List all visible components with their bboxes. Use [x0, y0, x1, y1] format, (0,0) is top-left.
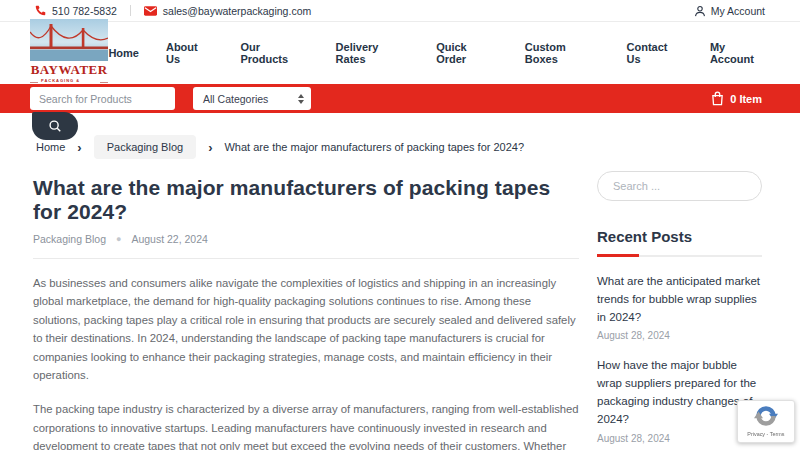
product-search-bar: All Categories 0 Item: [0, 84, 800, 113]
product-search-input[interactable]: [30, 87, 175, 110]
page-title: What are the major manufacturers of pack…: [33, 176, 579, 224]
bullet-separator: ●: [116, 234, 121, 244]
email-address: sales@baywaterpackaging.com: [163, 5, 311, 17]
article-meta: Packaging Blog ● August 22, 2024: [33, 233, 579, 245]
phone-number: 510 782-5832: [52, 5, 117, 17]
logo-wordmark: BAYWATER: [31, 62, 108, 78]
blog-search-input[interactable]: [597, 171, 762, 201]
email-link[interactable]: sales@baywaterpackaging.com: [144, 5, 311, 17]
topbar-account-label: My Account: [711, 5, 765, 17]
recaptcha-badge[interactable]: Privacy - Terms: [737, 400, 795, 443]
nav-my-account[interactable]: My Account: [710, 41, 770, 65]
recaptcha-icon: [754, 404, 778, 428]
select-arrows-icon: [298, 94, 304, 104]
site-header: BAYWATER PACKAGING & SUPPLY Home About U…: [0, 22, 800, 84]
recent-post-item: What are the anticipated market trends f…: [597, 273, 762, 341]
phone-icon: [35, 5, 46, 16]
category-selected-value: All Categories: [203, 93, 268, 105]
breadcrumb-packaging-blog[interactable]: Packaging Blog: [94, 135, 196, 159]
article-paragraph: As businesses and consumers alike naviga…: [33, 274, 579, 384]
site-logo[interactable]: BAYWATER PACKAGING & SUPPLY: [30, 19, 108, 88]
search-submit-button[interactable]: [32, 112, 78, 140]
nav-about-us[interactable]: About Us: [166, 41, 213, 65]
top-bar: 510 782-5832 sales@baywaterpackaging.com…: [0, 0, 800, 22]
chevron-right-icon: ›: [77, 141, 81, 154]
main-layout: What are the major manufacturers of pack…: [0, 159, 800, 450]
nav-quick-order[interactable]: Quick Order: [436, 41, 498, 65]
topbar-divider: [130, 5, 131, 16]
shopping-bag-icon: [711, 91, 724, 106]
nav-delivery-rates[interactable]: Delivery Rates: [336, 41, 410, 65]
search-icon: [48, 119, 62, 133]
recent-post-link[interactable]: What are the anticipated market trends f…: [597, 273, 762, 326]
content-divider: [33, 258, 579, 259]
person-icon: [694, 5, 706, 17]
nav-contact-us[interactable]: Contact Us: [627, 41, 683, 65]
nav-our-products[interactable]: Our Products: [240, 41, 308, 65]
nav-home[interactable]: Home: [108, 47, 139, 59]
cart-button[interactable]: 0 Item: [711, 91, 762, 106]
article: What are the major manufacturers of pack…: [33, 159, 579, 450]
nav-custom-boxes[interactable]: Custom Boxes: [525, 41, 600, 65]
golden-gate-bridge-image: [30, 19, 108, 61]
article-date: August 22, 2024: [131, 233, 207, 245]
main-nav: Home About Us Our Products Delivery Rate…: [108, 41, 770, 65]
envelope-icon: [144, 6, 157, 16]
topbar-account-link[interactable]: My Account: [694, 5, 765, 17]
recent-posts-underline: [597, 254, 762, 257]
recaptcha-privacy-terms[interactable]: Privacy - Terms: [747, 431, 784, 437]
recent-posts-heading: Recent Posts: [597, 228, 762, 245]
phone-link[interactable]: 510 782-5832: [35, 5, 117, 17]
category-dropdown[interactable]: All Categories: [193, 87, 311, 110]
article-paragraph: The packing tape industry is characteriz…: [33, 400, 579, 450]
cart-count-label: 0 Item: [730, 93, 762, 105]
chevron-right-icon: ›: [208, 141, 212, 154]
breadcrumb-current: What are the major manufacturers of pack…: [224, 141, 524, 153]
breadcrumb: Home › Packaging Blog › What are the maj…: [0, 135, 800, 159]
article-category[interactable]: Packaging Blog: [33, 233, 106, 245]
recent-post-date: August 28, 2024: [597, 330, 762, 341]
breadcrumb-home[interactable]: Home: [36, 141, 65, 153]
